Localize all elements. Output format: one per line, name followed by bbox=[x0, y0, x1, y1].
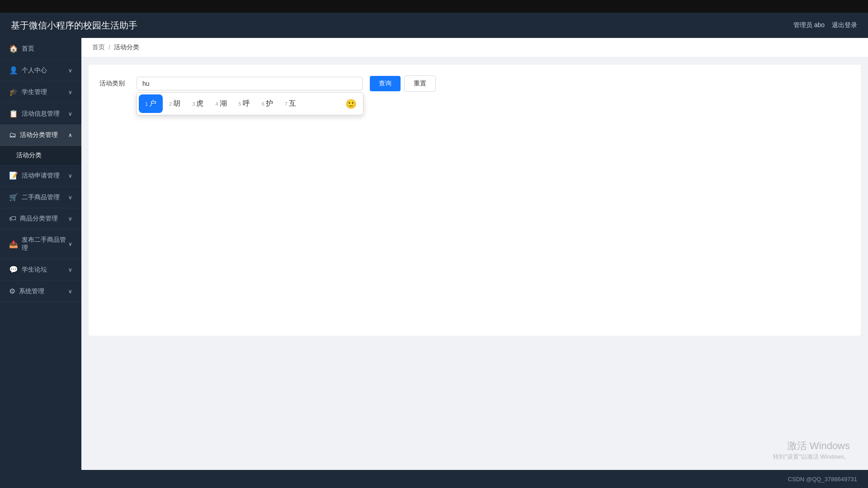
ime-char-2: 胡 bbox=[173, 99, 180, 108]
ime-candidate-6[interactable]: 6 护 bbox=[256, 96, 278, 111]
sidebar-item-activity-info[interactable]: 📋 活动信息管理 ∨ bbox=[0, 103, 81, 125]
category-input[interactable] bbox=[137, 77, 363, 90]
profile-icon: 👤 bbox=[9, 66, 18, 75]
breadcrumb-separator: / bbox=[108, 44, 110, 51]
sidebar-item-secondhand[interactable]: 🛒 二手商品管理 ∨ bbox=[0, 187, 81, 208]
app-title: 基于微信小程序的校园生活助手 bbox=[11, 19, 137, 32]
sidebar-label-home: 首页 bbox=[22, 45, 34, 53]
breadcrumb: 首页 / 活动分类 bbox=[81, 38, 868, 57]
input-wrapper: 1 户 2 胡 3 虎 4 湖 bbox=[137, 77, 363, 90]
chevron-icon-10: ∨ bbox=[68, 288, 72, 295]
publish-icon: 📤 bbox=[9, 240, 18, 249]
ime-candidate-5[interactable]: 5 呼 bbox=[233, 96, 255, 111]
sidebar-label-secondhand: 二手商品管理 bbox=[22, 193, 60, 202]
search-button[interactable]: 查询 bbox=[370, 76, 401, 91]
ime-char-5: 呼 bbox=[243, 99, 250, 108]
activity-info-icon: 📋 bbox=[9, 109, 18, 118]
breadcrumb-current: 活动分类 bbox=[114, 43, 139, 52]
sidebar-item-home[interactable]: 🏠 首页 bbox=[0, 38, 81, 60]
sidebar-item-student[interactable]: 🎓 学生管理 ∨ bbox=[0, 81, 81, 103]
sidebar: 🏠 首页 👤 个人中心 ∨ 🎓 学生管理 ∨ 📋 活动信息管理 ∨ 🗂 活动分类… bbox=[0, 38, 81, 488]
ime-num-6: 6 bbox=[262, 101, 264, 107]
chevron-icon-8: ∨ bbox=[68, 241, 72, 247]
sidebar-sub-label-activity-category: 活动分类 bbox=[16, 151, 42, 159]
admin-label: 管理员 abo bbox=[793, 21, 825, 29]
ime-char-3: 虎 bbox=[196, 99, 203, 108]
activity-category-icon: 🗂 bbox=[9, 131, 16, 139]
ime-candidate-4[interactable]: 4 湖 bbox=[210, 96, 232, 111]
chevron-icon-2: ∨ bbox=[68, 89, 72, 95]
reset-button[interactable]: 重置 bbox=[404, 75, 436, 92]
footer-bar: CSDN @QQ_3786649731 bbox=[0, 470, 868, 488]
sidebar-item-forum[interactable]: 💬 学生论坛 ∨ bbox=[0, 259, 81, 281]
ime-candidate-3[interactable]: 3 虎 bbox=[187, 96, 209, 111]
top-black-bar bbox=[0, 0, 868, 13]
sidebar-item-product-category[interactable]: 🏷 商品分类管理 ∨ bbox=[0, 208, 81, 230]
sidebar-label-student: 学生管理 bbox=[22, 88, 47, 96]
sidebar-label-activity-category: 活动分类管理 bbox=[20, 131, 58, 139]
ime-candidate-1[interactable]: 1 户 bbox=[139, 94, 163, 113]
system-icon: ⚙ bbox=[9, 287, 15, 296]
ime-char-6: 护 bbox=[266, 99, 273, 108]
chevron-icon-5: ∨ bbox=[68, 173, 72, 179]
ime-candidate-7[interactable]: 7 互 bbox=[279, 96, 302, 111]
ime-num-5: 5 bbox=[239, 101, 241, 107]
sidebar-label-profile: 个人中心 bbox=[22, 66, 47, 75]
ime-char-4: 湖 bbox=[220, 99, 227, 108]
chevron-icon-6: ∨ bbox=[68, 194, 72, 201]
activity-apply-icon: 📝 bbox=[9, 171, 18, 180]
sidebar-label-activity-info: 活动信息管理 bbox=[22, 110, 60, 118]
navbar-actions: 管理员 abo 退出登录 bbox=[793, 21, 857, 29]
chevron-icon-3: ∨ bbox=[68, 111, 72, 117]
ime-char-1: 户 bbox=[149, 99, 156, 108]
sidebar-item-activity-apply[interactable]: 📝 活动申请管理 ∨ bbox=[0, 165, 81, 187]
ime-char-7: 互 bbox=[289, 99, 296, 108]
logout-button[interactable]: 退出登录 bbox=[832, 21, 857, 29]
sidebar-item-activity-category[interactable]: 🗂 活动分类管理 ∧ bbox=[0, 125, 81, 146]
sidebar-label-publish-secondhand: 发布二手商品管理 bbox=[22, 236, 68, 252]
content-card: 活动类别 1 户 2 胡 3 虎 bbox=[89, 65, 861, 336]
product-category-icon: 🏷 bbox=[9, 215, 16, 223]
sidebar-label-product-category: 商品分类管理 bbox=[20, 215, 58, 223]
main-content: 首页 / 活动分类 活动类别 1 户 2 胡 bbox=[81, 38, 868, 488]
ime-num-7: 7 bbox=[285, 101, 288, 107]
emoji-button[interactable]: 🙂 bbox=[341, 96, 361, 112]
navbar: 基于微信小程序的校园生活助手 管理员 abo 退出登录 bbox=[0, 13, 868, 38]
sidebar-item-profile[interactable]: 👤 个人中心 ∨ bbox=[0, 60, 81, 81]
ime-num-1: 1 bbox=[145, 101, 148, 107]
sidebar-item-publish-secondhand[interactable]: 📤 发布二手商品管理 ∨ bbox=[0, 230, 81, 259]
chevron-icon-7: ∨ bbox=[68, 216, 72, 222]
ime-num-4: 4 bbox=[215, 101, 218, 107]
secondhand-icon: 🛒 bbox=[9, 193, 18, 202]
student-icon: 🎓 bbox=[9, 88, 18, 96]
sidebar-label-activity-apply: 活动申请管理 bbox=[22, 172, 60, 180]
sidebar-sub-item-activity-category[interactable]: 活动分类 bbox=[0, 146, 81, 165]
chevron-icon: ∨ bbox=[68, 67, 72, 74]
chevron-icon-9: ∨ bbox=[68, 267, 72, 273]
footer-text: CSDN @QQ_3786649731 bbox=[788, 476, 857, 483]
form-buttons: 查询 重置 bbox=[370, 75, 436, 92]
home-icon: 🏠 bbox=[9, 44, 18, 53]
forum-icon: 💬 bbox=[9, 265, 18, 274]
ime-num-2: 2 bbox=[169, 101, 172, 107]
form-label-category: 活动类别 bbox=[99, 80, 131, 88]
breadcrumb-home[interactable]: 首页 bbox=[92, 43, 105, 52]
form-row: 活动类别 1 户 2 胡 3 虎 bbox=[99, 75, 850, 92]
ime-num-3: 3 bbox=[192, 101, 195, 107]
chevron-icon-4: ∧ bbox=[68, 132, 72, 138]
sidebar-label-system: 系统管理 bbox=[19, 287, 44, 296]
ime-popup: 1 户 2 胡 3 虎 4 湖 bbox=[137, 92, 363, 115]
sidebar-label-forum: 学生论坛 bbox=[22, 266, 47, 274]
sidebar-item-system[interactable]: ⚙ 系统管理 ∨ bbox=[0, 281, 81, 302]
ime-candidate-2[interactable]: 2 胡 bbox=[164, 96, 186, 111]
